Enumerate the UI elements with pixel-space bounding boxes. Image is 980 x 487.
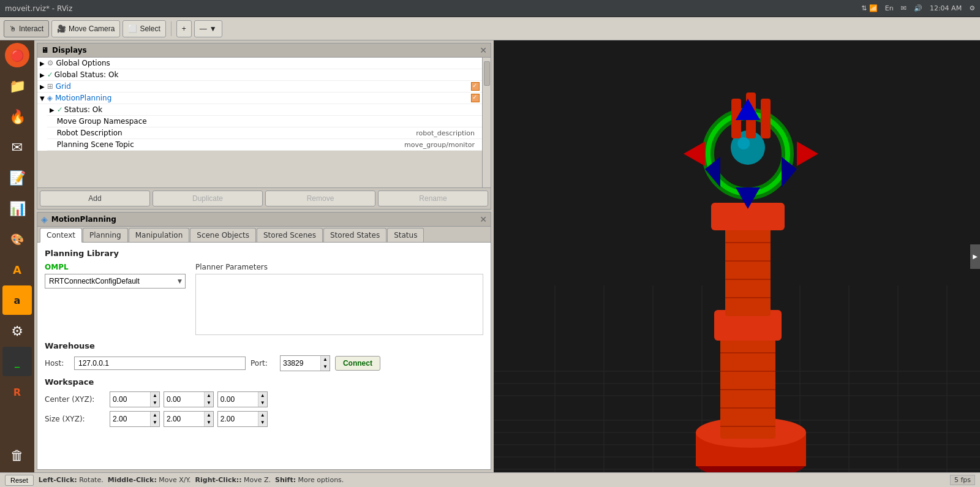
move-camera-label: Move Camera (69, 25, 115, 33)
viewport-collapse-button[interactable]: ▶ (970, 244, 980, 269)
size-z-down[interactable]: ▼ (258, 419, 267, 426)
rename-display-button[interactable]: Rename (378, 191, 488, 206)
display-item-grid[interactable]: ▶ ⊞ Grid (37, 81, 482, 92)
size-y-down[interactable]: ▼ (205, 419, 213, 426)
amazon-launcher-icon[interactable]: a (2, 285, 32, 315)
rviz-launcher-icon[interactable]: R (2, 377, 32, 407)
titlebar-title: moveit.rviz* - RViz (5, 4, 72, 13)
grid-canvas (494, 40, 980, 472)
center-y-input[interactable] (164, 393, 204, 406)
display-item-move-group-ns[interactable]: ▶ Move Group Namespace (47, 116, 482, 127)
move-camera-button[interactable]: 🎥 Move Camera (51, 20, 120, 37)
size-y-input[interactable] (164, 413, 204, 425)
center-row: Center (XYZ): ▲ ▼ ▲ ▼ (45, 391, 483, 407)
toolbar-separator-1 (171, 21, 172, 36)
displays-list: ▶ ⚙ Global Options ▶ ✓ Global Status: Ok (37, 58, 482, 151)
mp-title-row: ◈ MotionPlanning (41, 214, 116, 224)
settings-launcher-icon[interactable]: ⚙ (2, 316, 32, 345)
select-label: Select (140, 25, 160, 33)
size-z-input[interactable] (218, 413, 258, 425)
interact-label: Interact (19, 25, 43, 33)
arrow-icon-mp: ▼ (40, 95, 45, 102)
size-x-down[interactable]: ▼ (151, 419, 159, 426)
center-x-up[interactable]: ▲ (151, 392, 159, 399)
remove-display-button[interactable]: Remove (265, 191, 375, 206)
impress-launcher-icon[interactable]: 🎨 (2, 224, 32, 254)
titlebar-settings-icon[interactable]: ⚙ (969, 4, 975, 12)
display-item-motion-planning[interactable]: ▼ ◈ MotionPlanning (37, 92, 482, 104)
center-z-spinbox: ▲ ▼ (217, 391, 268, 407)
center-x-input[interactable] (110, 393, 150, 406)
host-input[interactable] (74, 357, 246, 370)
files-launcher-icon[interactable]: 📁 (2, 71, 32, 100)
titlebar-volume-icon: 🔊 (914, 4, 922, 12)
tab-stored-states[interactable]: Stored States (323, 228, 386, 242)
tab-status-label: Status (394, 231, 417, 240)
tab-status[interactable]: Status (387, 228, 424, 242)
fonts-launcher-icon[interactable]: A (2, 255, 32, 284)
display-item-global-status[interactable]: ▶ ✓ Global Status: Ok (37, 69, 482, 81)
mp-panel-header: ◈ MotionPlanning ✕ (37, 213, 491, 227)
terminal-launcher-icon[interactable]: _ (2, 347, 32, 376)
mail-launcher-icon[interactable]: ✉ (2, 132, 32, 162)
add-display-button[interactable]: Add (40, 191, 150, 206)
port-spinbox: ▲ ▼ (280, 355, 330, 371)
display-item-status-ok[interactable]: ▶ ✓ Status: Ok (47, 104, 482, 116)
firefox-launcher-icon[interactable]: 🔥 (2, 102, 32, 131)
port-down-button[interactable]: ▼ (321, 363, 330, 371)
planner-select-wrapper[interactable]: RRTConnectkConfigDefault RRTkConfigDefau… (45, 274, 186, 289)
camera-icon: 🎥 (57, 25, 66, 33)
calc-launcher-icon[interactable]: 📊 (2, 194, 32, 223)
scroll-track[interactable] (482, 58, 491, 187)
mp-checkbox[interactable] (471, 94, 480, 102)
size-x-btns: ▲ ▼ (150, 412, 159, 426)
select-button[interactable]: ⬜ Select (123, 20, 165, 37)
port-up-button[interactable]: ▲ (321, 356, 330, 363)
center-y-up[interactable]: ▲ (205, 392, 213, 399)
reset-button[interactable]: Reset (5, 475, 34, 486)
ubuntu-launcher-icon[interactable]: 🔴 (5, 43, 29, 67)
size-x-input[interactable] (110, 413, 150, 425)
planner-select[interactable]: RRTConnectkConfigDefault RRTkConfigDefau… (45, 274, 186, 289)
settings-icon-global: ⚙ (47, 59, 54, 67)
mp-right (469, 94, 480, 102)
scroll-thumb[interactable] (484, 61, 490, 86)
interact-button[interactable]: 🖱 Interact (4, 20, 49, 37)
tab-planning[interactable]: Planning (83, 228, 128, 242)
add-tool-button[interactable]: + (176, 20, 192, 37)
host-label: Host: (45, 359, 69, 368)
tab-stored-scenes[interactable]: Stored Scenes (257, 228, 323, 242)
display-item-planning-scene[interactable]: ▶ Planning Scene Topic move_group/monito… (47, 139, 482, 151)
tab-context[interactable]: Context (40, 228, 82, 243)
mp-close-button[interactable]: ✕ (480, 214, 487, 224)
center-y-down[interactable]: ▼ (205, 399, 213, 407)
size-row: Size (XYZ): ▲ ▼ ▲ ▼ (45, 411, 483, 427)
size-z-up[interactable]: ▲ (258, 412, 267, 419)
center-z-up[interactable]: ▲ (258, 392, 267, 399)
library-row: OMPL RRTConnectkConfigDefault RRTkConfig… (45, 263, 483, 335)
display-name-global-options: Global Options (56, 59, 480, 67)
center-z-input[interactable] (218, 393, 258, 406)
display-item-global-options[interactable]: ▶ ⚙ Global Options (37, 58, 482, 69)
writer-launcher-icon[interactable]: 📝 (2, 163, 32, 192)
display-item-robot-desc[interactable]: ▶ Robot Description robot_description (47, 127, 482, 139)
center-x-down[interactable]: ▼ (151, 399, 159, 407)
titlebar-icons: ⇅ 📶 (861, 4, 878, 12)
trash-launcher-icon[interactable]: 🗑 (2, 440, 32, 470)
size-z-btns: ▲ ▼ (258, 412, 267, 426)
display-name-move-group-ns: Move Group Namespace (57, 117, 480, 126)
size-y-up[interactable]: ▲ (205, 412, 213, 419)
zoom-dropdown-button[interactable]: — ▼ (194, 20, 222, 37)
connect-button[interactable]: Connect (335, 356, 380, 371)
titlebar: moveit.rviz* - RViz ⇅ 📶 En ✉ 🔊 12:04 AM … (0, 0, 980, 17)
tab-scene-objects[interactable]: Scene Objects (190, 228, 256, 242)
size-y-btns: ▲ ▼ (204, 412, 213, 426)
size-x-up[interactable]: ▲ (151, 412, 159, 419)
tab-manipulation[interactable]: Manipulation (129, 228, 190, 242)
displays-close-button[interactable]: ✕ (480, 45, 487, 55)
port-input[interactable] (281, 357, 320, 369)
center-z-down[interactable]: ▼ (258, 399, 267, 407)
grid-checkbox[interactable] (471, 82, 480, 91)
duplicate-display-button[interactable]: Duplicate (153, 191, 263, 206)
viewport[interactable]: ▶ (494, 40, 980, 472)
